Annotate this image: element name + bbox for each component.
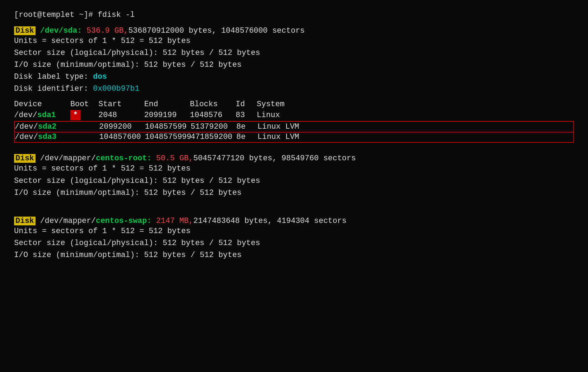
sda3-blocks: 471859200 — [191, 133, 236, 141]
disk-label-centos-root: Disk — [14, 154, 36, 163]
col-start: Start — [98, 100, 144, 109]
io-size-line-centos-swap: I/O size (minimum/optimal): 512 bytes / … — [14, 249, 574, 261]
centos-root-details: 50457477120 bytes, 98549760 sectors — [193, 154, 356, 163]
sda1-blocks: 1048576 — [190, 111, 236, 120]
partition-table: Device Boot Start End Blocks Id System /… — [14, 99, 574, 143]
partition-row-sda3: /dev/sda3 104857600 1048575999 471859200… — [14, 132, 574, 143]
units-line-centos-root: Units = sectors of 1 * 512 = 512 bytes — [14, 163, 574, 175]
partition-row-sda2: /dev/sda2 2099200 104857599 51379200 8e … — [14, 121, 574, 133]
sda2-end: 104857599 — [145, 122, 191, 131]
io-size-line-sda: I/O size (minimum/optimal): 512 bytes / … — [14, 59, 574, 71]
sda1-id: 83 — [236, 111, 257, 120]
disk-centos-swap-section: Disk /dev/mapper/centos-swap: 2147 MB, 2… — [14, 217, 574, 261]
disk-sda-size: 536.9 GB, — [87, 26, 128, 35]
sda2-device: /dev/sda2 — [15, 122, 71, 131]
disk-centos-swap-line: Disk /dev/mapper/centos-swap: 2147 MB, 2… — [14, 217, 574, 225]
label-type-line: Disk label type: dos — [14, 71, 574, 83]
sda2-start: 2099200 — [99, 122, 145, 131]
col-system: System — [257, 100, 574, 109]
sda3-boot — [71, 133, 99, 141]
prompt-line: [root@templet ~]# fdisk -l — [14, 11, 574, 19]
sda3-id: 8e — [236, 133, 257, 141]
sector-size-line-centos-swap: Sector size (logical/physical): 512 byte… — [14, 237, 574, 249]
io-size-line-centos-root: I/O size (minimum/optimal): 512 bytes / … — [14, 187, 574, 199]
disk-label-sda: Disk — [14, 26, 36, 35]
centos-swap-path: centos-swap: — [96, 217, 151, 225]
sda1-boot: * — [70, 110, 98, 120]
sda2-id: 8e — [236, 122, 257, 131]
sector-size-line-sda: Sector size (logical/physical): 512 byte… — [14, 47, 574, 59]
sda2-blocks: 51379200 — [191, 122, 236, 131]
sda2-system: Linux LVM — [257, 122, 573, 131]
sda1-end: 2099199 — [144, 111, 190, 120]
disk-sda-details: 536870912000 bytes, 1048576000 sectors — [128, 26, 305, 35]
disk-sda-path: /dev/sda: — [40, 26, 82, 35]
sda1-device: /dev/sda1 — [14, 111, 70, 120]
disk-centos-root-section: Disk /dev/mapper/centos-root: 50.5 GB, 5… — [14, 154, 574, 199]
disk-label-centos-swap: Disk — [14, 217, 36, 225]
sector-size-line-centos-root: Sector size (logical/physical): 512 byte… — [14, 175, 574, 187]
partition-row-sda1: /dev/sda1 * 2048 2099199 1048576 83 Linu… — [14, 109, 574, 121]
sda3-end: 1048575999 — [145, 133, 191, 141]
centos-root-size: 50.5 GB, — [156, 154, 193, 163]
col-end: End — [144, 100, 190, 109]
col-boot: Boot — [70, 100, 98, 109]
centos-root-path: centos-root: — [96, 154, 151, 163]
centos-swap-details: 2147483648 bytes, 4194304 sectors — [193, 217, 347, 225]
disk-centos-root-line: Disk /dev/mapper/centos-root: 50.5 GB, 5… — [14, 154, 574, 163]
disk-sda-line: Disk /dev/sda: 536.9 GB, 536870912000 by… — [14, 26, 574, 35]
col-id: Id — [236, 100, 257, 109]
boot-star-icon: * — [70, 110, 81, 120]
prompt-text: [root@templet ~]# fdisk -l — [14, 11, 135, 19]
col-blocks: Blocks — [190, 100, 236, 109]
sda2-boot — [71, 122, 99, 131]
sda1-system: Linux — [257, 111, 574, 120]
identifier-line: Disk identifier: 0x000b97b1 — [14, 83, 574, 95]
units-line-sda: Units = sectors of 1 * 512 = 512 bytes — [14, 35, 574, 47]
col-device: Device — [14, 100, 70, 109]
sda3-system: Linux LVM — [257, 133, 573, 141]
units-line-centos-swap: Units = sectors of 1 * 512 = 512 bytes — [14, 225, 574, 237]
sda1-start: 2048 — [98, 111, 144, 120]
sda3-start: 104857600 — [99, 133, 145, 141]
partition-header-row: Device Boot Start End Blocks Id System — [14, 99, 574, 109]
sda3-device: /dev/sda3 — [15, 133, 71, 141]
disk-sda-section: Disk /dev/sda: 536.9 GB, 536870912000 by… — [14, 26, 574, 95]
centos-swap-size: 2147 MB, — [156, 217, 193, 225]
